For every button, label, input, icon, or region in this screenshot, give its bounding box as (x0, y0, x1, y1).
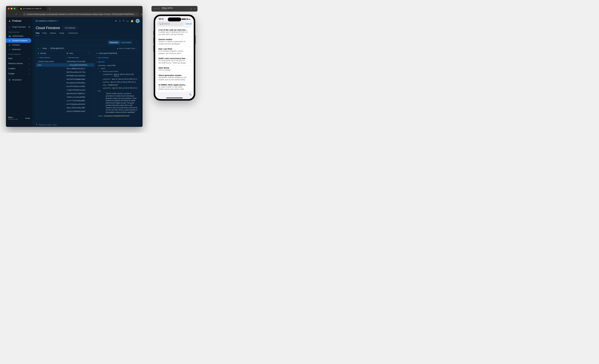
more-icon[interactable]: ⋮ (135, 41, 137, 44)
avatar[interactable] (136, 19, 140, 23)
document-row[interactable]: 243ee9h6kpv7Zzdxdo9D (65, 60, 94, 63)
star-icon[interactable]: ☆ (135, 13, 137, 15)
document-row[interactable]: y26jksfYBSd83Rv30sWY (65, 110, 94, 113)
start-collection-button[interactable]: + Start collection (36, 55, 65, 60)
tab-close-icon[interactable]: × (44, 8, 45, 9)
field-fvs[interactable]: ▾ firestore-vector-search (94, 70, 140, 73)
rotate-icon[interactable]: ↗ (194, 8, 195, 10)
tab-indexes[interactable]: Indexes (50, 32, 56, 36)
sidebar-item-firestore[interactable]: ≋ Firestore Database (6, 38, 31, 43)
site-info-icon[interactable]: ⊡ (24, 13, 26, 15)
spark-icon[interactable]: ✦ (115, 20, 117, 22)
document-row[interactable]: OUJsdQa6vLV4T8IqR6ak (65, 81, 94, 85)
tab-usage[interactable]: Usage (59, 32, 64, 36)
field-createTime[interactable]: createTime: April 24, 2024 at 4:55:21 PM… (94, 78, 140, 81)
add-field-button[interactable]: + Add field (94, 60, 140, 64)
more-icon[interactable]: ⋮ (136, 52, 138, 54)
tab-extensions[interactable]: ✧ Extensions (67, 32, 78, 36)
tab-data[interactable]: Data (36, 32, 39, 36)
reload-icon[interactable]: ⟳ (16, 13, 17, 16)
list-item[interactable]: Swift's new concurrency features…As Doug… (157, 56, 192, 65)
document-row[interactable]: w5z7CXDqGAeuuKOe1MuJ (65, 102, 94, 106)
sidebar-item-functions[interactable]: (·) Functions (6, 43, 33, 47)
list-item[interactable]: Hello WorldHow is it going?› (157, 65, 192, 73)
field-completeTime[interactable]: completeTime: April 24, 2024 at 4:55:31 … (94, 73, 140, 78)
collection-row[interactable]: _firestore-vector-search (36, 60, 65, 63)
docs-icon[interactable]: ▭ (126, 20, 129, 22)
field-state[interactable]: state: "COMPLETED" (94, 84, 140, 87)
browser-tab[interactable]: 🔥 pfr-codelab-fvs-mobile-01 - × (18, 7, 47, 10)
document-row[interactable]: ⋮6ZDaUg9t4VO5lbPREAIL› (65, 63, 94, 67)
project-overview[interactable]: ⌂ Project Overview ⚙ (6, 25, 33, 30)
document-row[interactable]: MI4YkM6Olapw7aLWVyDZ (65, 74, 94, 78)
notes-list[interactable]: A lot of the code we write has to de…A s… (157, 27, 192, 92)
collection-row[interactable]: notes› (36, 63, 65, 67)
sidebar-item-extensions[interactable]: ✧ Extensions (6, 47, 33, 52)
field-text[interactable]: text: (94, 89, 140, 92)
category-engage[interactable]: Engage⌄ (6, 71, 33, 76)
spark-icon-2[interactable]: ✧ (119, 20, 121, 22)
document-row[interactable]: wHaeorE0CIedtWaCIBMr (65, 106, 94, 110)
panel-view-button[interactable]: Panel view (108, 41, 120, 44)
all-products[interactable]: ⊞ All products (6, 78, 33, 82)
filter-icon[interactable]: ≡ (88, 52, 89, 54)
document-row[interactable]: CMucncMB0a6mtHuoD2ji (65, 67, 94, 70)
new-tab-button[interactable]: + (49, 7, 51, 10)
field-embedding[interactable]: embedding: vector<768> (94, 64, 140, 67)
document-row[interactable]: kbJJPFafXmb5utuCFWOx (65, 85, 94, 88)
tab-rules[interactable]: Rules (42, 32, 47, 36)
document-row[interactable]: OSGYXPF4F2K6NWmS3Rbh (65, 78, 94, 81)
screenshot-icon[interactable]: ◫ (190, 8, 192, 10)
forward-icon[interactable]: → (12, 13, 14, 16)
start-collection-button[interactable]: + Start collection (94, 55, 140, 60)
document-row[interactable]: EB2Yh9xw1S6ecCBlC7Ae (65, 70, 94, 74)
help-icon[interactable]: ? (123, 20, 124, 22)
search-input[interactable]: 🔍 Search (157, 22, 184, 26)
minimize-dot[interactable] (156, 8, 157, 9)
more-icon[interactable]: ⋮ (67, 64, 68, 66)
field-updateTime[interactable]: updateTime: April 24, 2024 at 4:55:31 PM… (94, 87, 140, 89)
project-selector[interactable]: pfr-codelab-fvs-mobile-01 ▾ (36, 20, 58, 22)
list-item[interactable]: About generative modelsGenerative artifi… (157, 73, 192, 82)
list-item[interactable]: Hey! I am PeterI'm a software engineer, … (157, 46, 192, 56)
bell-icon[interactable]: 🔔 (131, 20, 134, 22)
firebase-logo[interactable]: ▲ Firebase (6, 17, 33, 25)
field-userId[interactable]: userId: "pOeHfwsbU1ODjatMdhSPk5kTlH43" (94, 114, 140, 117)
list-item[interactable]: At WWDC 2019, Apple announced…To make it… (157, 82, 192, 92)
home-indicator[interactable] (166, 98, 183, 98)
home-icon[interactable]: ⌂ (19, 13, 20, 16)
add-document-button[interactable]: + Add document (65, 55, 94, 60)
document-row[interactable]: li5gqJcNtHeQmJyLkpea (65, 88, 94, 92)
category-analytics[interactable]: Analytics⌄ (6, 66, 33, 71)
document-row[interactable]: vzsrfrTsa6thBSpapN6l (65, 99, 94, 102)
extensions-icon[interactable]: ⊞ (141, 13, 142, 16)
close-dot[interactable] (8, 8, 9, 9)
list-item[interactable]: Gemini modelsGemini is a family of gener… (157, 37, 192, 46)
query-builder-button[interactable]: Query builder (120, 41, 133, 44)
document-row[interactable]: qWzv0FyKTqYl0wR8YaCc (65, 92, 94, 95)
crumb-doc[interactable]: 6ZDaUg9t4VO5l... (51, 47, 65, 49)
sidebar-item-authentication[interactable]: 👥 Authentication (6, 34, 33, 38)
cancel-button[interactable]: Cancel (185, 23, 192, 25)
address-bar[interactable]: ⊡ console.firebase.google.com/project/pf… (22, 12, 139, 16)
zoom-dot[interactable] (158, 8, 160, 9)
home-icon[interactable]: ⌂ (187, 8, 188, 10)
gear-icon[interactable]: ⚙ (28, 26, 30, 28)
more-in-cloud-link[interactable]: ☁ More in Google Cloud ⌄ (117, 47, 137, 49)
field-startTime[interactable]: startTime: April 24, 2024 at 4:55:31 PM … (94, 81, 140, 84)
list-item[interactable]: A lot of the code we write has to de…A s… (157, 27, 192, 37)
back-icon[interactable]: ← (8, 13, 10, 16)
crumb-notes[interactable]: notes (43, 47, 47, 49)
modify-button[interactable]: Modify (25, 117, 30, 119)
more-icon[interactable]: ⋮ (91, 52, 93, 54)
category-build[interactable]: Build⌄ (6, 56, 33, 61)
minimize-dot[interactable] (11, 8, 12, 9)
close-dot[interactable] (154, 8, 155, 9)
home-crumb-icon[interactable]: ⌂ (38, 47, 39, 49)
field-status[interactable]: ▾ status (94, 67, 140, 70)
collapse-sidebar[interactable]: ‹ (6, 122, 33, 127)
document-row[interactable]: tVKnHcjvwlnhOoe09VB3 (65, 95, 94, 99)
zoom-dot[interactable] (14, 8, 16, 9)
compose-icon[interactable]: ✎ (189, 93, 192, 96)
add-database-button[interactable]: Add database (62, 26, 78, 30)
